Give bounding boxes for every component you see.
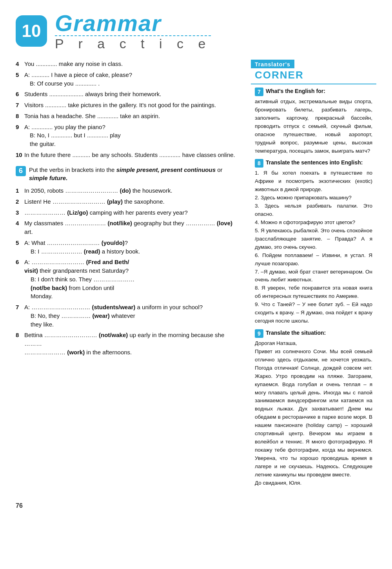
item-text: A: ………………………… (students/wear) a uniform … (24, 303, 241, 328)
item-num: 9 (16, 123, 24, 148)
item-num: 2 (16, 197, 24, 206)
tc-header-bottom: CORNER (251, 68, 376, 84)
list-item: 8 Tonia has a headache. She ............… (16, 112, 241, 120)
page-number: 76 (16, 502, 376, 509)
item-text: In the future there ........... be any s… (24, 151, 241, 159)
item-num: 1 (16, 186, 24, 195)
title-grammar: Grammar (55, 12, 211, 35)
tc-text-9: Дорогая Наташа, Привет из солнечного Соч… (255, 339, 372, 487)
item-num: 8 (16, 331, 24, 356)
tc-title-8: Translate the sentences into English: (266, 159, 363, 167)
item-num: 3 (16, 208, 24, 217)
item-num: 10 (16, 151, 24, 159)
item-num: 6 (16, 258, 24, 301)
section-6-number: 6 (16, 166, 26, 176)
item-text: Students ..................... always br… (24, 90, 241, 98)
list-item: 3 ………………… (Liz/go) camping with her pare… (16, 208, 241, 217)
item-text: Listen! He ……………………… (play) the saxophon… (24, 197, 241, 206)
tc-section-7-header: 7 What's the English for: (255, 88, 372, 96)
section-6-header: 6 Put the verbs in brackets into the sim… (16, 166, 241, 183)
tc-text-8: 1. Я бы хотел поехать в путешествие по А… (255, 169, 372, 325)
top-exercise-list: 4 You ............. make any noise in cl… (16, 60, 241, 159)
list-item: 5 A: ........... I have a piece of cake,… (16, 71, 241, 88)
item-num: 4 (16, 60, 24, 68)
left-column: 4 You ............. make any noise in cl… (16, 60, 241, 494)
chapter-number: 10 (22, 21, 41, 41)
tc-title-7: What's the English for: (266, 88, 325, 95)
item-text: A: ............. you play the piano? B: … (24, 123, 241, 148)
list-item: 8 Bettina ……………………… (not/wake) up early … (16, 331, 241, 356)
list-item: 7 A: ………………………… (students/wear) a unifor… (16, 303, 241, 328)
item-num: 7 (16, 303, 24, 328)
item-text: Visitors ............. take pictures in … (24, 101, 241, 109)
list-item: 9 A: ............. you play the piano? B… (16, 123, 241, 148)
tc-num-7: 7 (255, 88, 263, 96)
item-num: 7 (16, 101, 24, 109)
tc-section-7: 7 What's the English for: активный отдых… (255, 88, 372, 155)
item-text: You ............. make any noise in clas… (24, 60, 241, 68)
list-item: 4 You ............. make any noise in cl… (16, 60, 241, 68)
item-text: My classmates ………………… (not/like) geograp… (24, 219, 241, 236)
list-item: 4 My classmates ………………… (not/like) geogr… (16, 219, 241, 236)
list-item: 2 Listen! He ……………………… (play) the saxoph… (16, 197, 241, 206)
item-num: 6 (16, 90, 24, 98)
list-item: 6 Students ..................... always … (16, 90, 241, 98)
title-block: Grammar P r a c t i c e (55, 12, 211, 50)
page-header: 10 Grammar P r a c t i c e (16, 12, 376, 50)
tc-text-7: активный отдых, экстремальные виды спорт… (255, 98, 372, 155)
list-item: 7 Visitors ............. take pictures i… (16, 101, 241, 109)
tc-section-8-header: 8 Translate the sentences into English: (255, 159, 372, 168)
list-item: 10 In the future there ........... be an… (16, 151, 241, 159)
tc-num-9: 9 (255, 329, 263, 338)
translators-corner: Translator's CORNER 7 What's the English… (251, 60, 376, 494)
section6-list: 1 In 2050, robots ……………………… (do) the hou… (16, 186, 241, 357)
item-num: 5 (16, 71, 24, 88)
item-num: 4 (16, 219, 24, 236)
item-text: In 2050, robots ……………………… (do) the house… (24, 186, 241, 195)
tc-section-9-header: 9 Translate the situation: (255, 329, 372, 338)
item-text: A: ……………………… (Fred and Beth/ visit) thei… (24, 258, 241, 301)
tc-section-9: 9 Translate the situation: Дорогая Наташ… (255, 329, 372, 487)
item-text: ………………… (Liz/go) camping with her parent… (24, 208, 241, 217)
chapter-number-box: 10 (16, 15, 47, 47)
item-num: 5 (16, 239, 24, 256)
tc-num-8: 8 (255, 159, 263, 168)
tc-title-9: Translate the situation: (266, 329, 326, 337)
item-text: Tonia has a headache. She ............. … (24, 112, 241, 120)
main-content: 4 You ............. make any noise in cl… (16, 60, 376, 494)
tc-header-top: Translator's (251, 60, 294, 68)
list-item: 1 In 2050, robots ……………………… (do) the hou… (16, 186, 241, 195)
item-num: 8 (16, 112, 24, 120)
item-text: A: ........... I have a piece of cake, p… (24, 71, 241, 88)
item-text: Bettina ……………………… (not/wake) up early in… (24, 331, 241, 356)
list-item: 5 A: What ……………………… (you/do)? B: I ……………… (16, 239, 241, 256)
tc-section-8: 8 Translate the sentences into English: … (255, 159, 372, 325)
tc-body: 7 What's the English for: активный отдых… (251, 84, 376, 494)
title-practice: P r a c t i c e (55, 35, 211, 50)
list-item: 6 A: ……………………… (Fred and Beth/ visit) th… (16, 258, 241, 301)
section-6-instruction: Put the verbs in brackets into the simpl… (29, 166, 241, 183)
item-text: A: What ……………………… (you/do)? B: I …………………… (24, 239, 241, 256)
